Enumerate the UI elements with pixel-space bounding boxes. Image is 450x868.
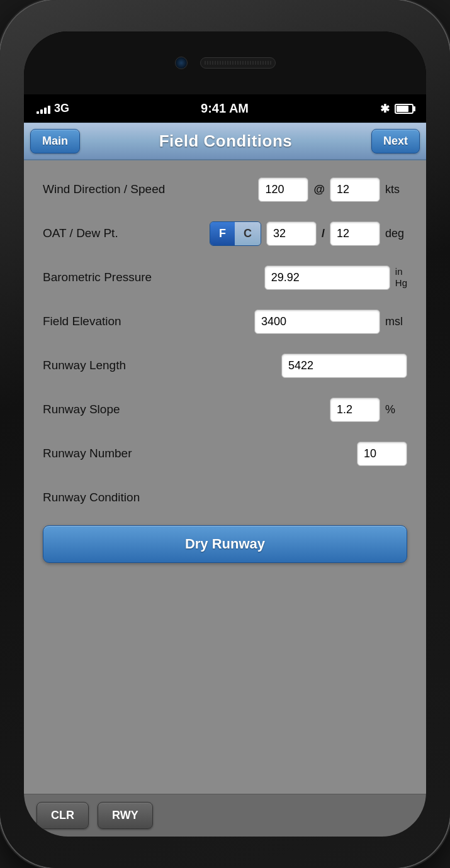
at-sign: @: [313, 183, 325, 196]
battery-fill: [397, 106, 408, 112]
elevation-label: Field Elevation: [43, 314, 254, 328]
runway-number-controls: [357, 442, 407, 466]
phone-screen: 3G 9:41 AM ✱ Main Field Conditions Next: [24, 31, 426, 837]
fahrenheit-button[interactable]: F: [210, 222, 235, 245]
runway-length-label: Runway Length: [43, 359, 281, 372]
signal-bar-2: [40, 109, 43, 114]
phone-device: 3G 9:41 AM ✱ Main Field Conditions Next: [0, 0, 450, 868]
oat-label: OAT / Dew Pt.: [43, 226, 210, 240]
speaker: [200, 57, 276, 69]
elevation-controls: msl: [254, 309, 407, 334]
bottom-toolbar: CLR RWY: [24, 794, 426, 837]
elevation-row: Field Elevation msl: [43, 305, 407, 338]
runway-slope-row: Runway Slope %: [43, 393, 407, 426]
main-content: Wind Direction / Speed @ kts OAT / Dew P…: [24, 160, 426, 794]
oat-row: OAT / Dew Pt. F C / deg: [43, 217, 407, 250]
signal-bar-1: [37, 111, 39, 114]
status-right: ✱: [380, 102, 413, 116]
signal-bar-3: [44, 108, 47, 114]
runway-length-input[interactable]: [281, 353, 407, 378]
oat-controls: F C / deg: [210, 221, 407, 246]
elevation-input[interactable]: [254, 309, 380, 334]
clr-button[interactable]: CLR: [37, 802, 89, 829]
baro-input[interactable]: [264, 265, 390, 290]
status-bar: 3G 9:41 AM ✱: [24, 94, 426, 123]
baro-row: Barometric Pressure in Hg: [43, 261, 407, 294]
baro-unit-1: in: [395, 266, 407, 277]
runway-slope-unit: %: [385, 403, 407, 416]
runway-slope-input[interactable]: [330, 398, 380, 422]
celsius-button[interactable]: C: [235, 222, 261, 245]
dew-point-input[interactable]: [330, 221, 380, 246]
runway-condition-label: Runway Condition: [43, 491, 407, 504]
wind-direction-input[interactable]: [258, 177, 308, 202]
wind-unit: kts: [385, 183, 407, 196]
nav-bar: Main Field Conditions Next: [24, 123, 426, 160]
main-button[interactable]: Main: [30, 129, 80, 153]
wind-controls: @ kts: [258, 177, 407, 202]
oat-input[interactable]: [266, 221, 317, 246]
runway-number-input[interactable]: [357, 442, 407, 466]
signal-text: 3G: [54, 102, 69, 115]
bluetooth-icon: ✱: [380, 102, 390, 116]
status-left: 3G: [37, 102, 69, 115]
baro-controls: in Hg: [264, 265, 407, 290]
signal-bar-4: [48, 106, 50, 114]
wind-label: Wind Direction / Speed: [43, 182, 258, 196]
time-display: 9:41 AM: [201, 101, 249, 116]
signal-bars: [37, 104, 50, 114]
page-title: Field Conditions: [159, 131, 293, 151]
oat-unit: deg: [385, 227, 407, 240]
runway-number-label: Runway Number: [43, 447, 357, 460]
phone-top-bar: [24, 31, 426, 94]
slash-sign: /: [322, 227, 325, 240]
runway-number-row: Runway Number: [43, 437, 407, 470]
rwy-button[interactable]: RWY: [98, 802, 153, 829]
wind-speed-input[interactable]: [330, 177, 380, 202]
battery-icon: [395, 104, 413, 114]
baro-label: Barometric Pressure: [43, 270, 264, 284]
camera: [175, 57, 188, 69]
runway-condition-button[interactable]: Dry Runway: [43, 525, 407, 563]
baro-unit: in Hg: [395, 266, 407, 289]
runway-slope-label: Runway Slope: [43, 403, 330, 416]
wind-row: Wind Direction / Speed @ kts: [43, 173, 407, 206]
elevation-unit: msl: [385, 315, 407, 328]
runway-condition-row: Runway Condition: [43, 481, 407, 514]
app-screen: Main Field Conditions Next Wind Directio…: [24, 123, 426, 837]
runway-length-row: Runway Length: [43, 349, 407, 382]
runway-slope-controls: %: [330, 398, 407, 422]
baro-unit-2: Hg: [395, 277, 407, 289]
next-button[interactable]: Next: [371, 129, 420, 153]
fc-toggle: F C: [210, 221, 261, 246]
runway-length-controls: [281, 353, 407, 378]
